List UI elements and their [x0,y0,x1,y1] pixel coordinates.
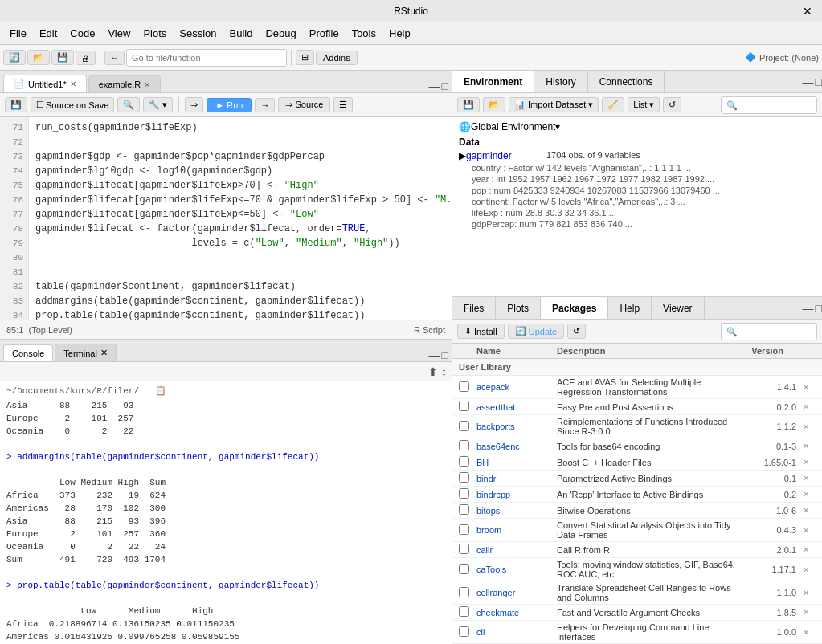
pkg-name-bitops[interactable]: bitops [476,506,557,516]
pkg-checkbox-callr[interactable] [459,544,476,556]
pkg-del-cli[interactable]: ✕ [803,628,816,637]
terminal-close[interactable]: ✕ [100,348,108,358]
menu-item-session[interactable]: Session [173,24,223,43]
pkg-checkbox-broom[interactable] [459,524,476,536]
tab-packages[interactable]: Packages [541,297,608,319]
pkg-checkbox-backports[interactable] [459,421,476,433]
import-dataset-btn[interactable]: 📊 Import Dataset ▾ [509,97,599,112]
pkg-del-backports[interactable]: ✕ [803,422,816,431]
pkg-name-assertthat[interactable]: assertthat [476,402,557,412]
pkg-del-base64enc[interactable]: ✕ [803,442,816,450]
script-type[interactable]: R Script [414,325,445,335]
pkg-name-acepack[interactable]: acepack [476,382,557,392]
gapminder-name[interactable]: gapminder [466,150,546,161]
pkg-checkbox-caTools[interactable] [459,564,476,576]
pkg-name-BH[interactable]: BH [476,458,557,467]
env-minimize[interactable]: — [803,75,814,88]
console-full[interactable]: ↕ [441,365,447,378]
run-btn[interactable]: ► Run [207,98,252,112]
env-search-input[interactable] [721,96,817,114]
pkg-del-broom[interactable]: ✕ [803,526,816,535]
save-button[interactable]: 💾 [51,50,74,65]
search-btn[interactable]: 🔍 [117,97,140,112]
editor-maximize[interactable]: □ [442,79,448,92]
pkg-checkbox-bindrcpp[interactable] [459,488,476,500]
editor-tab-untitled[interactable]: 📄 Untitled1* ✕ [3,75,87,92]
pkg-del-checkmate[interactable]: ✕ [803,608,816,617]
pkg-name-bindr[interactable]: bindr [476,474,557,483]
source-btn[interactable]: ⇒ Source [278,97,330,112]
code-tools-btn[interactable]: 🔧 ▾ [143,97,173,112]
pkg-checkbox-bindr[interactable] [459,472,476,484]
menu-item-edit[interactable]: Edit [33,24,63,43]
env-load-btn[interactable]: 📂 [483,97,505,112]
pkg-checkbox-bitops[interactable] [459,504,476,516]
menu-item-profile[interactable]: Profile [303,24,346,43]
pkg-name-backports[interactable]: backports [476,422,557,431]
menu-item-file[interactable]: File [3,24,33,43]
editor-save-btn[interactable]: 💾 [5,97,27,112]
pkg-name-broom[interactable]: broom [476,525,557,535]
tab-connections[interactable]: Connections [588,71,665,92]
tab-history[interactable]: History [534,71,587,92]
jump-to-btn[interactable]: ⇒ [185,97,203,112]
pkg-checkbox-base64enc[interactable] [459,440,476,452]
menu-item-tools[interactable]: Tools [346,24,382,43]
pkg-del-bitops[interactable]: ✕ [803,506,816,515]
tab-environment[interactable]: Environment [452,71,534,92]
env-clear-btn[interactable]: 🧹 [602,97,624,112]
files-maximize[interactable]: □ [816,302,822,315]
pkg-del-cellranger[interactable]: ✕ [803,589,816,597]
next-chunk-btn[interactable]: → [255,98,275,112]
go-to-file-input[interactable] [126,49,287,67]
code-editor[interactable]: 717273747576777879808182838485 run_costs… [0,117,452,320]
pkg-name-caTools[interactable]: caTools [476,565,557,574]
console-maximize[interactable]: □ [442,348,448,361]
pkg-name-cli[interactable]: cli [476,627,557,637]
pkg-name-callr[interactable]: callr [476,545,557,555]
tab-help[interactable]: Help [608,297,652,319]
env-maximize[interactable]: □ [816,75,822,88]
terminal-tab[interactable]: Terminal ✕ [55,344,117,361]
global-env-selector[interactable]: 🌐 Global Environment ▾ [459,120,816,133]
console-minimize[interactable]: — [429,348,440,361]
pkg-del-caTools[interactable]: ✕ [803,565,816,574]
list-btn[interactable]: List ▾ [628,97,660,112]
menu-item-debug[interactable]: Debug [259,24,302,43]
menu-item-build[interactable]: Build [223,24,260,43]
pkg-checkbox-acepack[interactable] [459,381,476,393]
pkg-name-bindrcpp[interactable]: bindrcpp [476,490,557,499]
editor-tab-example[interactable]: example.R ✕ [88,75,162,92]
pkg-name-cellranger[interactable]: cellranger [476,588,557,597]
pkg-del-assertthat[interactable]: ✕ [803,402,816,411]
pkg-checkbox-checkmate[interactable] [459,606,476,618]
files-minimize[interactable]: — [803,302,814,315]
pkg-checkbox-assertthat[interactable] [459,401,476,413]
code-content[interactable]: run_costs(gapminder$lifeExp) gapminder$g… [29,117,452,320]
env-refresh-btn[interactable]: ↺ [663,97,681,112]
source-on-save-btn[interactable]: ☐ Source on Save [31,97,114,112]
open-file-button[interactable]: 📂 [27,50,50,65]
pkg-del-acepack[interactable]: ✕ [803,383,816,392]
update-button[interactable]: 🔄 Update [508,324,564,339]
new-file-button[interactable]: 🔄 [3,50,26,65]
editor-menu-btn[interactable]: ☰ [333,97,353,112]
context-label[interactable]: (Top Level) [29,325,72,335]
gapminder-item[interactable]: ▶ gapminder 1704 obs. of 9 variables [459,149,816,162]
addins-button[interactable]: Addins [316,51,358,65]
pkg-checkbox-BH[interactable] [459,456,476,468]
tab-close-example[interactable]: ✕ [144,80,150,89]
packages-refresh-btn[interactable]: ↺ [567,324,586,339]
menu-item-help[interactable]: Help [382,24,417,43]
pkg-del-BH[interactable]: ✕ [803,458,816,467]
menu-item-code[interactable]: Code [63,24,101,43]
print-button[interactable]: 🖨 [76,51,96,65]
pkg-name-base64enc[interactable]: base64enc [476,442,557,451]
console-content[interactable]: ~/Documents/kurs/R/filer/ 📋 Asia 88 215 … [0,381,452,644]
menu-item-view[interactable]: View [101,24,137,43]
tab-plots[interactable]: Plots [496,297,541,319]
workspace-button[interactable]: ⊞ [296,50,314,65]
pkg-del-bindr[interactable]: ✕ [803,474,816,483]
pkg-del-callr[interactable]: ✕ [803,545,816,554]
pkg-del-bindrcpp[interactable]: ✕ [803,490,816,499]
